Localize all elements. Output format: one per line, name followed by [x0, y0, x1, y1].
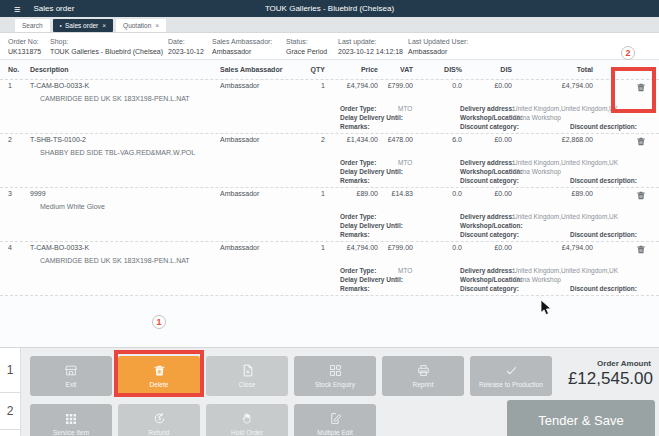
item-code: T-CAM-BO-0033-K — [30, 82, 220, 93]
tab-bar: Search ● Sales order × Quotation × — [0, 17, 659, 33]
row-details: Order Type: Delivery address: United Kin… — [0, 213, 659, 240]
shop-label: Shop: — [50, 38, 168, 45]
tab-sales-order[interactable]: ● Sales order × — [53, 19, 113, 32]
discount-description-label: Discount description: — [570, 177, 637, 184]
sales-ambassador-label: Sales Ambassador: — [212, 38, 286, 45]
row-no: 1 — [0, 82, 30, 93]
titlebar: ≡ Sales order TOUK Galleries - Bluebird … — [0, 0, 659, 17]
refund-label: Refund — [149, 429, 170, 436]
close-button[interactable]: Close — [206, 356, 288, 396]
row-total: £4,794.00 — [528, 82, 623, 93]
checkmark-icon — [504, 364, 519, 378]
row-dis: £0.00 — [468, 190, 528, 201]
item-description: Medium White Glove — [40, 203, 659, 211]
order-type-label: Order Type: — [340, 105, 376, 112]
delivery-address-label: Delivery address: — [460, 213, 514, 220]
last-update-value: 2023-10-12 14:12:18 — [338, 48, 408, 55]
reprint-button[interactable]: Reprint — [382, 356, 464, 396]
delay-delivery-label: Delay Delivery Until: — [340, 222, 403, 229]
row-no: 2 — [0, 136, 30, 147]
col-dis-pct: DIS% — [423, 66, 468, 73]
multiple-edit-button[interactable]: Multiple Edit — [294, 404, 376, 436]
edit-document-icon — [329, 412, 342, 426]
release-to-production-label: Release to Production — [479, 381, 543, 388]
menu-icon[interactable]: ≡ — [14, 4, 20, 14]
item-description: CAMBRIDGE BED UK SK 183X198-PEN.L.NAT — [40, 257, 659, 265]
order-no-label: Order No: — [8, 38, 50, 45]
multiple-edit-label: Multiple Edit — [317, 429, 352, 436]
stock-enquiry-button[interactable]: Stock Enquiry — [294, 356, 376, 396]
row-details: Order Type: MTO Delivery address: United… — [0, 105, 659, 132]
delay-delivery-label: Delay Delivery Until: — [340, 114, 403, 121]
remarks-label: Remarks: — [340, 231, 370, 238]
row-no: 3 — [0, 190, 30, 201]
refund-button[interactable]: $ Refund — [118, 404, 200, 436]
row-price: £1,434.00 — [333, 136, 383, 147]
order-type-label: Order Type: — [340, 213, 376, 220]
tab-search-label: Search — [22, 22, 43, 29]
delivery-address-value: United Kingdom,United Kingdom,UK — [513, 213, 618, 220]
service-item-label: Service Item — [53, 429, 89, 436]
last-updated-user-label: Last Updated User: — [408, 38, 659, 45]
col-vat: VAT — [383, 66, 423, 73]
page-list: 1 2 3 — [0, 348, 21, 436]
workshop-value: China Workshop — [513, 114, 561, 121]
col-total: Total — [528, 66, 623, 73]
row-total: £89.00 — [528, 190, 623, 201]
row-dis: £0.00 — [468, 136, 528, 147]
service-item-button[interactable]: Service Item — [30, 404, 112, 436]
row-qty: 2 — [305, 136, 333, 147]
delete-row-icon[interactable] — [623, 244, 659, 255]
order-amount-value: £12,545.00 — [568, 369, 653, 389]
delete-row-icon[interactable] — [623, 136, 659, 147]
order-type-value: MTO — [398, 267, 412, 274]
table-row[interactable]: 2 T-SHB-TS-0100-2 Ambassador 2 £1,434.00… — [0, 134, 659, 188]
row-details: Order Type: MTO Delivery address: United… — [0, 159, 659, 186]
page-list-item[interactable]: 1 — [0, 348, 20, 393]
release-to-production-button[interactable]: Release to Production — [470, 356, 552, 396]
boxes-icon — [329, 364, 342, 378]
delivery-address-label: Delivery address: — [460, 105, 514, 112]
row-qty: 1 — [305, 190, 333, 201]
table-empty-area — [0, 296, 659, 350]
table-row[interactable]: 1 T-CAM-BO-0033-K Ambassador 1 £4,794.00… — [0, 80, 659, 134]
tab-quotation[interactable]: Quotation × — [116, 19, 166, 32]
row-dis-pct: 0.0 — [423, 190, 468, 201]
date-label: Date: — [168, 38, 212, 45]
order-type-value: MTO — [398, 105, 412, 112]
delete-row-icon[interactable] — [623, 190, 659, 201]
discount-description-label: Discount description: — [570, 123, 637, 130]
workshop-value: China Workshop — [513, 168, 561, 175]
remarks-label: Remarks: — [340, 285, 370, 292]
delivery-address-value: United Kingdom,United Kingdom,UK — [513, 267, 618, 274]
store-icon — [64, 364, 78, 378]
row-total: £4,794.00 — [528, 244, 623, 255]
hold-order-label: Hold Order — [231, 429, 263, 436]
col-dis: DIS — [468, 66, 528, 73]
tender-save-button[interactable]: Tender & Save — [507, 400, 655, 436]
table-row[interactable]: 4 T-CAM-BO-0033-K Ambassador 1 £4,794.00… — [0, 242, 659, 296]
tab-close-icon[interactable]: × — [102, 22, 106, 29]
tab-search[interactable]: Search — [15, 19, 50, 32]
hold-order-button[interactable]: Hold Order — [206, 404, 288, 436]
row-price: £89.00 — [333, 190, 383, 201]
remarks-label: Remarks: — [340, 123, 370, 130]
field-last-update: Last update: 2023-10-12 14:12:18 — [338, 38, 408, 59]
delay-delivery-label: Delay Delivery Until: — [340, 168, 403, 175]
row-vat: £478.00 — [383, 136, 423, 147]
col-sales-ambassador: Sales Ambassador — [220, 66, 305, 73]
table-row[interactable]: 3 9999 Ambassador 1 £89.00 £14.83 0.0 £0… — [0, 188, 659, 242]
delivery-address-value: United Kingdom,United Kingdom,UK — [513, 159, 618, 166]
field-status: Status: Grace Period — [286, 38, 338, 59]
page-list-item[interactable]: 3 — [0, 430, 20, 436]
tab-active-dot-icon: ● — [60, 23, 62, 28]
action-buttons: Exit Delete Close Stock Enquiry Reprint … — [30, 356, 552, 436]
tab-close-icon[interactable]: × — [155, 22, 159, 29]
window-title: TOUK Galleries - Bluebird (Chelsea) — [0, 4, 659, 13]
item-description: SHABBY BED SIDE TBL-VAG.RED&MAR.W.POL — [40, 149, 659, 157]
row-vat: £14.83 — [383, 190, 423, 201]
col-qty: QTY — [305, 66, 333, 73]
exit-button[interactable]: Exit — [30, 356, 112, 396]
item-code: T-CAM-BO-0033-K — [30, 244, 220, 255]
page-list-item[interactable]: 2 — [0, 393, 20, 430]
